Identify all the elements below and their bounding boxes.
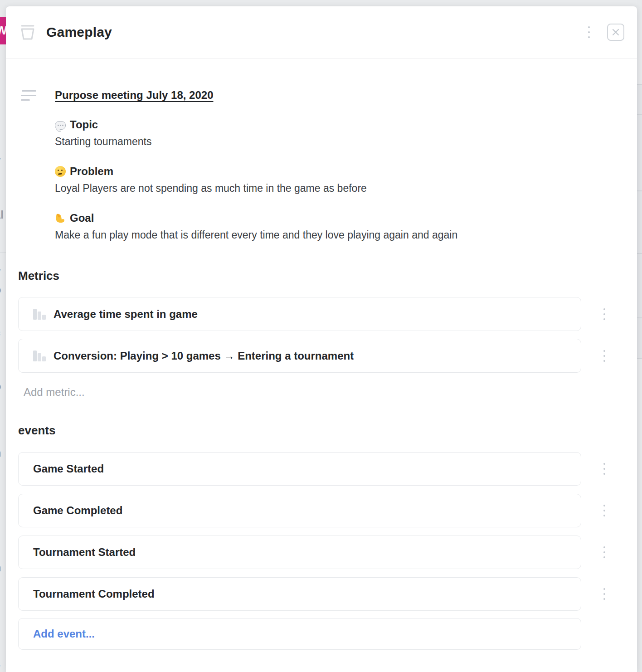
backdrop-text-fragment: al xyxy=(0,209,6,220)
page: W y al v o c o n h s Gameplay xyxy=(0,0,642,672)
backdrop-text-fragment: h xyxy=(0,561,6,573)
event-label: Tournament Completed xyxy=(33,588,155,600)
goal-label: Goal xyxy=(70,211,94,225)
backdrop-text-fragment: y xyxy=(0,154,6,166)
add-metric-input[interactable]: Add metric... xyxy=(24,386,637,399)
event-row: Tournament Completed xyxy=(18,577,637,611)
speech-balloon-emoji xyxy=(55,121,66,130)
description-section-goal: Goal Make a fun play mode that is differ… xyxy=(55,211,637,242)
metrics-heading: Metrics xyxy=(18,269,637,283)
bar-chart-icon xyxy=(33,308,46,320)
bar-chart-icon xyxy=(33,350,46,361)
event-label: Game Completed xyxy=(33,504,122,517)
backdrop-divider xyxy=(0,252,6,253)
event-kebab-menu[interactable] xyxy=(601,585,608,603)
gameplay-modal: Gameplay Purpose meeting July 18, 2020 T… xyxy=(6,6,637,672)
metric-label: Average time spent in game xyxy=(54,308,198,321)
event-row: Game Completed xyxy=(18,494,637,527)
backdrop-text-fragment: s xyxy=(0,657,6,669)
backdrop-text-fragment: v xyxy=(0,265,6,277)
description-editor[interactable]: Purpose meeting July 18, 2020 Topic Star… xyxy=(18,89,637,242)
backdrop-pink-button: W xyxy=(0,17,6,44)
flexed-biceps-emoji xyxy=(55,213,66,224)
backdrop-text-fragment: o xyxy=(0,283,6,295)
event-label: Tournament Started xyxy=(33,546,136,559)
metric-card-avg-time[interactable]: Average time spent in game xyxy=(18,297,581,331)
close-button[interactable] xyxy=(607,24,624,41)
backdrop-row-line xyxy=(637,358,642,359)
backdrop-row-line xyxy=(637,317,642,318)
event-row: Game Started xyxy=(18,452,637,486)
metric-row: Average time spent in game xyxy=(18,297,637,331)
description-heading: Purpose meeting July 18, 2020 xyxy=(55,89,637,102)
add-event-label: Add event... xyxy=(33,628,95,640)
page-backdrop-left: W y al v o c o n h s xyxy=(0,0,6,672)
goal-text: Make a fun play mode that is different e… xyxy=(55,228,637,242)
backdrop-row-line xyxy=(637,84,642,85)
problem-label: Problem xyxy=(70,165,113,178)
event-card-tournament-completed[interactable]: Tournament Completed xyxy=(18,577,581,611)
metric-kebab-menu[interactable] xyxy=(601,347,608,365)
backdrop-row-line xyxy=(637,253,642,254)
event-card-game-started[interactable]: Game Started xyxy=(18,452,581,486)
backdrop-text-fragment: o xyxy=(0,380,6,392)
modal-content: Purpose meeting July 18, 2020 Topic Star… xyxy=(6,89,637,650)
event-kebab-menu[interactable] xyxy=(601,460,608,477)
problem-text: Loyal Players are not spending as much t… xyxy=(55,181,637,195)
metric-kebab-menu[interactable] xyxy=(601,306,608,323)
metric-row: Conversion: Playing > 10 games → Enterin… xyxy=(18,339,637,373)
topic-text: Starting tournaments xyxy=(55,135,637,148)
header-kebab-menu[interactable] xyxy=(585,24,593,41)
modal-header: Gameplay xyxy=(6,6,637,58)
thinking-face-emoji xyxy=(55,166,66,177)
backdrop-row-line xyxy=(637,190,642,191)
event-row: Tournament Started xyxy=(18,536,637,569)
basket-icon xyxy=(20,24,35,40)
event-label: Game Started xyxy=(33,463,104,475)
description-section-problem: Problem Loyal Players are not spending a… xyxy=(55,165,637,195)
backdrop-row-line xyxy=(637,114,642,115)
event-kebab-menu[interactable] xyxy=(601,502,608,519)
page-backdrop-right xyxy=(637,0,642,672)
event-card-tournament-started[interactable]: Tournament Started xyxy=(18,536,581,569)
add-event-button[interactable]: Add event... xyxy=(18,618,581,650)
metric-card-conversion[interactable]: Conversion: Playing > 10 games → Enterin… xyxy=(18,339,581,373)
close-icon xyxy=(611,28,620,37)
backdrop-text-fragment: c xyxy=(0,326,6,338)
events-heading: events xyxy=(18,424,637,438)
event-kebab-menu[interactable] xyxy=(601,544,608,561)
description-icon xyxy=(21,90,36,101)
topic-label: Topic xyxy=(70,118,98,131)
event-card-game-completed[interactable]: Game Completed xyxy=(18,494,581,527)
metric-label: Conversion: Playing > 10 games → Enterin… xyxy=(54,350,354,362)
description-section-topic: Topic Starting tournaments xyxy=(55,118,637,148)
modal-title: Gameplay xyxy=(46,24,112,40)
backdrop-text-fragment: n xyxy=(0,447,6,458)
